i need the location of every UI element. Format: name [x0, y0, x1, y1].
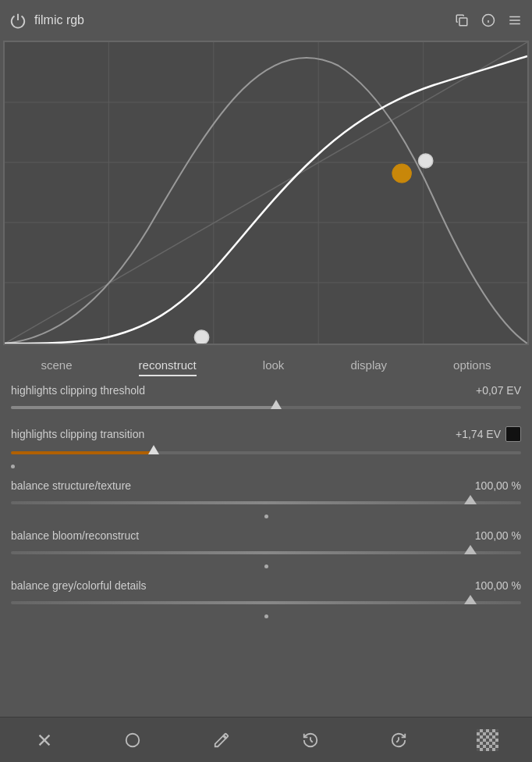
label-balance-bloom-reconstruct: balance bloom/reconstruct — [11, 529, 139, 542]
svg-line-25 — [397, 740, 399, 742]
control-balance-bloom-reconstruct: balance bloom/reconstruct 100,00 % — [11, 529, 521, 568]
control-highlights-clipping-transition: highlights clipping transition +1,74 EV — [11, 426, 521, 468]
slider-dot-grey — [264, 614, 268, 618]
svg-line-15 — [5, 42, 527, 344]
color-swatch[interactable] — [505, 426, 521, 442]
slider-highlights-clipping-transition[interactable] — [11, 445, 521, 461]
tab-reconstruct[interactable]: reconstruct — [139, 358, 197, 376]
header: filmic rgb — [0, 0, 532, 41]
svg-point-17 — [419, 154, 433, 168]
redo-button[interactable] — [385, 726, 413, 754]
checker-icon — [477, 729, 498, 751]
tab-options[interactable]: options — [453, 358, 491, 376]
tab-scene[interactable]: scene — [41, 358, 73, 376]
value-balance-structure-texture: 100,00 % — [475, 479, 521, 492]
panel: filmic rgb — [0, 0, 532, 762]
slider-balance-grey-colorful[interactable] — [11, 595, 521, 611]
control-balance-grey-colorful: balance grey/colorful details 100,00 % — [11, 579, 521, 618]
paint-button[interactable] — [207, 726, 236, 754]
svg-point-18 — [194, 330, 208, 344]
module-title: filmic rgb — [34, 13, 454, 27]
control-highlights-clipping-threshold: highlights clipping threshold +0,07 EV — [11, 384, 521, 415]
bottom-toolbar — [0, 717, 532, 762]
circle-button[interactable] — [119, 726, 147, 754]
reset-button[interactable] — [30, 726, 59, 754]
svg-point-21 — [126, 733, 140, 746]
slider-balance-bloom-reconstruct[interactable] — [11, 545, 521, 561]
undo-button[interactable] — [296, 726, 325, 754]
label-balance-grey-colorful: balance grey/colorful details — [11, 579, 147, 592]
slider-dot-transition — [11, 465, 15, 468]
slider-dot-structure — [264, 515, 268, 518]
tab-look[interactable]: look — [263, 358, 285, 376]
slider-highlights-clipping-threshold[interactable] — [11, 400, 521, 415]
slider-balance-structure-texture[interactable] — [11, 495, 521, 511]
menu-icon[interactable] — [507, 12, 523, 28]
slider-dot-bloom — [264, 564, 268, 568]
svg-point-16 — [392, 164, 411, 183]
info-icon[interactable] — [481, 12, 496, 28]
svg-rect-0 — [459, 18, 467, 26]
label-highlights-clipping-transition: highlights clipping transition — [11, 428, 144, 440]
value-balance-grey-colorful: 100,00 % — [475, 579, 521, 592]
value-highlights-clipping-transition: +1,74 EV — [456, 426, 521, 442]
label-balance-structure-texture: balance structure/texture — [11, 479, 131, 492]
control-balance-structure-texture: balance structure/texture 100,00 % — [11, 479, 521, 518]
value-highlights-clipping-threshold: +0,07 EV — [476, 384, 521, 397]
tab-bar: scene reconstruct look display options — [0, 347, 532, 376]
copy-icon[interactable] — [454, 12, 470, 28]
svg-line-23 — [310, 740, 313, 742]
header-icons — [454, 12, 523, 28]
controls-area: highlights clipping threshold +0,07 EV h… — [0, 376, 532, 717]
curve-display — [3, 41, 529, 345]
value-balance-bloom-reconstruct: 100,00 % — [475, 529, 521, 542]
label-highlights-clipping-threshold: highlights clipping threshold — [11, 384, 145, 397]
tab-display[interactable]: display — [350, 358, 387, 376]
power-button[interactable] — [9, 12, 27, 29]
checker-button[interactable] — [473, 726, 502, 754]
